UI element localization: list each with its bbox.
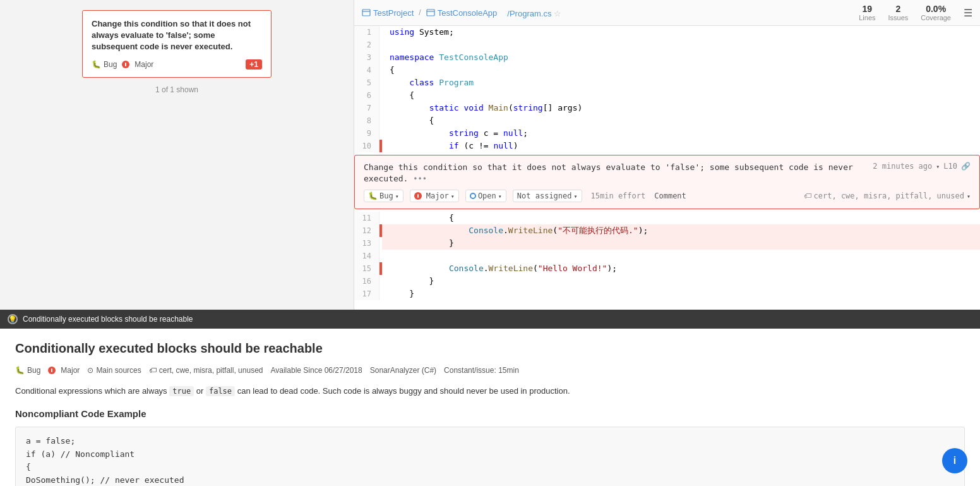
major-icon [122, 61, 129, 68]
issue-popup-timestamp: 2 minutes ago ▾ L10 🔗 [873, 162, 971, 171]
code-area[interactable]: 1 using System; 2 3 namespace TestConsol… [354, 26, 980, 310]
major-dropdown[interactable]: Major ▾ [410, 190, 459, 202]
code-line-5: 5 class Program [354, 76, 980, 89]
major-icon-sm [414, 192, 422, 200]
breadcrumb-project[interactable]: TestProject [362, 8, 414, 18]
major-badge: Major [122, 60, 153, 69]
bug-chevron-icon: ▾ [395, 193, 399, 200]
breadcrumb-file[interactable]: /Program.cs ☆ [507, 9, 561, 18]
coverage-stat: 0.0% Coverage [921, 4, 951, 21]
rule-tags: 🏷 cert, cwe, misra, pitfall, unused [149, 366, 263, 375]
assignee-dropdown[interactable]: Not assigned ▾ [513, 190, 582, 202]
code-line-14: 14 [354, 250, 980, 262]
noncompliant-title: Noncompliant Code Example [15, 408, 965, 419]
status-bar: 💡 Conditionally executed blocks should b… [0, 310, 980, 329]
rule-tag-icon: 🏷 [149, 366, 157, 375]
code-line-10: 10 if (c != null) [354, 140, 980, 152]
assignee-chevron-icon: ▾ [574, 193, 578, 200]
effort-label: 15min effort [591, 191, 646, 200]
tag-icon: 🏷 [804, 191, 811, 200]
issue-card[interactable]: Change this condition so that it does no… [82, 10, 272, 78]
rule-major-badge: Major [48, 366, 80, 375]
bug-badge: 🐛 Bug [92, 60, 117, 69]
code-line-12: 12 Console.WriteLine("不可能执行的代码."); [354, 224, 980, 237]
code-line-6: 6 { [354, 89, 980, 102]
bug-dropdown[interactable]: 🐛 Bug ▾ [364, 190, 403, 202]
breadcrumb: TestProject / TestConsoleApp /Program.cs… [362, 8, 849, 18]
status-title: Conditionally executed blocks should be … [23, 315, 193, 324]
editor-header: TestProject / TestConsoleApp /Program.cs… [354, 0, 980, 26]
rule-sources: ⊙ Main sources [87, 366, 141, 375]
bottom-panel: Conditionally executed blocks should be … [0, 329, 980, 486]
status-chevron-icon: ▾ [498, 193, 502, 200]
rule-major-icon [48, 367, 56, 374]
open-circle-icon [470, 193, 476, 199]
rule-meta: 🐛 Bug Major ⊙ Main sources 🏷 cert, cwe, … [15, 366, 965, 375]
favorite-star-icon[interactable]: ☆ [554, 9, 561, 18]
info-button[interactable]: i [942, 448, 967, 473]
bug-icon: 🐛 [92, 60, 101, 69]
issue-popup-message: Change this condition so that it does no… [364, 162, 863, 185]
rule-bug-icon: 🐛 [15, 366, 25, 375]
timestamp-chevron[interactable]: ▾ [936, 163, 940, 170]
code-line-17: 17 } [354, 288, 980, 300]
menu-icon[interactable]: ☰ [964, 7, 972, 19]
app-icon [426, 8, 435, 17]
status-icon: 💡 [8, 314, 18, 324]
lines-stat: 19 Lines [859, 4, 875, 21]
code-line-9: 9 string c = null; [354, 127, 980, 140]
code-line-13: 13 } [354, 237, 980, 250]
count-badge: +1 [246, 59, 262, 70]
code-line-4: 4 { [354, 64, 980, 76]
breadcrumb-app[interactable]: TestConsoleApp [426, 8, 498, 18]
code-line-7: 7 static void Main(string[] args) [354, 102, 980, 114]
effort: Constant/issue: 15min [444, 366, 519, 375]
sources-icon: ⊙ [87, 366, 93, 375]
editor-stats: 19 Lines 2 Issues 0.0% Coverage ☰ [859, 4, 972, 21]
bug-icon-sm: 🐛 [368, 191, 378, 200]
issue-card-title: Change this condition so that it does no… [92, 18, 262, 53]
issue-popup: Change this condition so that it does no… [354, 155, 980, 209]
available-since: Available Since 06/27/2018 [270, 366, 362, 375]
shown-label: 1 of 1 shown [155, 85, 198, 94]
code-line-16: 16 } [354, 275, 980, 288]
rule-description: Conditional expressions which are always… [15, 385, 965, 398]
rule-title: Conditionally executed blocks should be … [15, 341, 965, 356]
external-link-icon[interactable]: 🔗 [961, 162, 971, 171]
code-example: a = false; if (a) // Noncompliant { DoSo… [15, 427, 965, 486]
code-line-8: 8 { [354, 114, 980, 127]
svg-rect-1 [427, 9, 434, 16]
major-chevron-icon: ▾ [451, 193, 455, 200]
code-editor: TestProject / TestConsoleApp /Program.cs… [354, 0, 980, 310]
rule-bug-badge: 🐛 Bug [15, 366, 40, 375]
tags-chevron-icon: ▾ [967, 193, 971, 200]
project-icon [362, 8, 371, 17]
status-dropdown[interactable]: Open ▾ [465, 190, 506, 202]
code-line-2: 2 [354, 39, 980, 51]
tags-section[interactable]: 🏷 cert, cwe, misra, pitfall, unused ▾ [804, 191, 971, 200]
analyzer: SonarAnalyzer (C#) [370, 366, 436, 375]
code-line-3: 3 namespace TestConsoleApp [354, 51, 980, 64]
issue-popup-actions: 🐛 Bug ▾ Major ▾ Open ▾ [364, 190, 971, 202]
left-panel: Change this condition so that it does no… [0, 0, 354, 310]
code-line-1: 1 using System; [354, 26, 980, 39]
issues-stat: 2 Issues [888, 4, 909, 21]
comment-label[interactable]: Comment [654, 191, 686, 200]
code-line-15: 15 Console.WriteLine("Hello World!"); [354, 262, 980, 275]
svg-rect-0 [362, 9, 370, 16]
code-line-11: 11 { [354, 212, 980, 224]
